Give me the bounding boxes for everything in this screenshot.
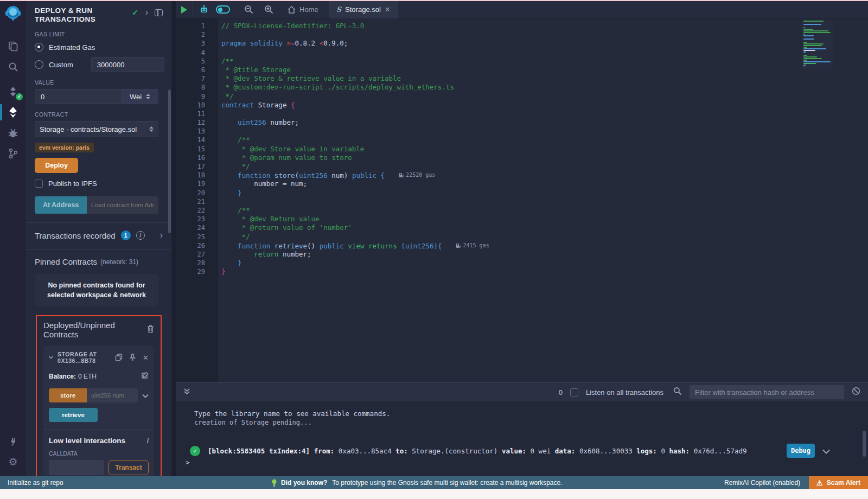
close-tab-icon[interactable]: ✕ — [385, 5, 391, 14]
code-line[interactable] — [221, 30, 868, 39]
copy-address-icon[interactable] — [115, 354, 123, 361]
tab-storage-sol[interactable]: S Storage.sol ✕ — [330, 1, 397, 18]
code-line[interactable] — [221, 110, 868, 118]
listen-all-checkbox[interactable] — [570, 388, 578, 396]
home-tab[interactable]: Home — [282, 1, 324, 18]
retrieve-function-button[interactable]: retrieve — [49, 408, 98, 422]
at-address-button[interactable]: At Address — [35, 196, 87, 214]
git-init-button[interactable]: Initialize as git repo — [0, 479, 63, 487]
custom-gas-input[interactable] — [91, 57, 164, 72]
code-line[interactable]: * @dev Return value — [221, 215, 868, 223]
code-line[interactable] — [221, 127, 868, 136]
code-line[interactable] — [221, 197, 868, 206]
ai-copilot-icon[interactable] — [193, 1, 215, 18]
terminal-filter-input[interactable] — [690, 385, 844, 399]
info-icon[interactable]: i — [147, 437, 149, 445]
code-line[interactable]: * @param num value to store — [221, 153, 868, 162]
contract-select[interactable]: Storage - contracts/Storage.sol — [35, 121, 158, 137]
expand-log-icon[interactable] — [822, 446, 830, 456]
info-icon[interactable]: i — [136, 231, 145, 240]
code-line[interactable]: // SPDX-License-Identifier: GPL-3.0 — [221, 22, 868, 30]
code-line[interactable]: uint256 number; — [221, 118, 868, 127]
code-line[interactable]: */ — [221, 92, 868, 101]
chevron-right-icon[interactable]: › — [160, 231, 163, 240]
editor-minimap[interactable] — [802, 20, 833, 69]
code-line[interactable]: * @return value of 'number' — [221, 223, 868, 232]
code-line[interactable]: pragma solidity >=0.8.2 <0.9.0; — [221, 39, 868, 48]
code-line[interactable]: } — [221, 267, 868, 276]
zoom-out-button[interactable] — [239, 1, 259, 18]
code-line[interactable]: function retrieve() public view returns … — [221, 241, 868, 250]
code-line[interactable]: /** — [221, 57, 868, 66]
deploy-button[interactable]: Deploy — [35, 158, 78, 173]
evm-version-badge: evm version: paris — [35, 143, 94, 152]
line-number: 29 — [176, 267, 218, 276]
zoom-in-button[interactable] — [259, 1, 279, 18]
stepper-icon — [146, 94, 150, 99]
expand-panel-icon[interactable]: › — [145, 8, 148, 17]
value-unit-select[interactable]: Wei — [122, 89, 158, 104]
remove-contract-icon[interactable]: ✕ — [143, 354, 149, 362]
plugin-manager-icon[interactable] — [0, 431, 26, 451]
code-line[interactable]: */ — [221, 233, 868, 241]
pinned-contracts-header: Pinned Contracts (network: 31) — [35, 257, 163, 266]
transact-button[interactable]: Transact — [108, 460, 149, 475]
code-content[interactable]: // SPDX-License-Identifier: GPL-3.0pragm… — [221, 18, 868, 382]
store-function-button[interactable]: store — [49, 388, 87, 402]
code-line[interactable]: function store(uint256 num) public {2252… — [221, 171, 868, 180]
transactions-recorded-row[interactable]: Transactions recorded 1 i › — [35, 231, 163, 240]
value-input[interactable] — [35, 89, 122, 104]
debugger-icon[interactable] — [0, 123, 26, 143]
estimated-gas-option[interactable]: Estimated Gas — [35, 41, 163, 54]
deploy-run-icon[interactable] — [0, 102, 26, 123]
collapse-chevron-icon[interactable] — [49, 355, 53, 360]
expand-args-icon[interactable] — [142, 391, 149, 400]
trash-icon[interactable] — [147, 325, 154, 335]
remix-logo-icon[interactable] — [0, 1, 26, 26]
deployed-contract-label[interactable]: STORAGE AT 0X136...8B78 — [58, 351, 111, 364]
clear-console-icon[interactable] — [852, 387, 860, 398]
settings-icon[interactable]: ⚙ — [0, 451, 26, 472]
code-line[interactable]: number = num; — [221, 180, 868, 188]
copilot-toggle[interactable] — [215, 1, 235, 18]
code-line[interactable]: * @dev Store & retrieve value in a varia… — [221, 74, 868, 83]
git-icon[interactable] — [0, 143, 26, 164]
estimated-gas-radio[interactable] — [35, 43, 43, 52]
code-line[interactable]: /** — [221, 206, 868, 215]
solidity-compiler-icon[interactable]: ✓ — [0, 81, 26, 102]
scam-alert-button[interactable]: ⚠ Scam Alert — [809, 476, 868, 489]
code-line[interactable]: } — [221, 189, 868, 197]
collapse-terminal-icon[interactable] — [183, 387, 190, 397]
code-line[interactable]: * @dev Store value in variable — [221, 145, 868, 153]
terminal-search-icon — [673, 387, 682, 398]
terminal-scrollbar[interactable] — [863, 431, 866, 457]
pin-panel-icon[interactable] — [155, 9, 163, 16]
search-icon[interactable] — [0, 56, 26, 77]
code-line[interactable]: */ — [221, 162, 868, 171]
line-number: 27 — [176, 250, 218, 259]
copilot-status[interactable]: RemixAI Copilot (enabled) — [724, 479, 800, 487]
code-line[interactable] — [221, 48, 868, 57]
pin-contract-icon[interactable] — [129, 354, 136, 361]
custom-gas-radio[interactable] — [35, 60, 43, 69]
terminal[interactable]: Type the library name to see available c… — [176, 401, 868, 476]
store-arg-input[interactable] — [87, 388, 138, 402]
code-line[interactable]: contract Storage { — [221, 101, 868, 110]
code-line[interactable]: /** — [221, 136, 868, 144]
debug-button[interactable]: Debug — [787, 444, 815, 458]
minimap-line — [803, 50, 815, 51]
publish-ipfs-checkbox[interactable] — [35, 180, 43, 188]
terminal-prompt[interactable]: > — [186, 458, 190, 466]
code-line[interactable]: return number; — [221, 250, 868, 259]
run-script-button[interactable] — [176, 1, 193, 18]
code-line[interactable]: } — [221, 259, 868, 267]
code-line[interactable]: * @custom:dev-run-script ./scripts/deplo… — [221, 83, 868, 92]
edit-balance-icon[interactable] — [141, 372, 149, 381]
calldata-input[interactable] — [49, 460, 104, 475]
at-address-input[interactable] — [87, 196, 158, 214]
code-editor[interactable]: 1234567891011121314151617181920212223242… — [176, 18, 868, 382]
transaction-log-row[interactable]: ✓ [block:5583405 txIndex:4] from: 0xa03.… — [190, 444, 830, 458]
file-explorer-icon[interactable] — [0, 36, 26, 56]
panel-scrollbar[interactable] — [168, 89, 171, 233]
code-line[interactable]: * @title Storage — [221, 66, 868, 74]
